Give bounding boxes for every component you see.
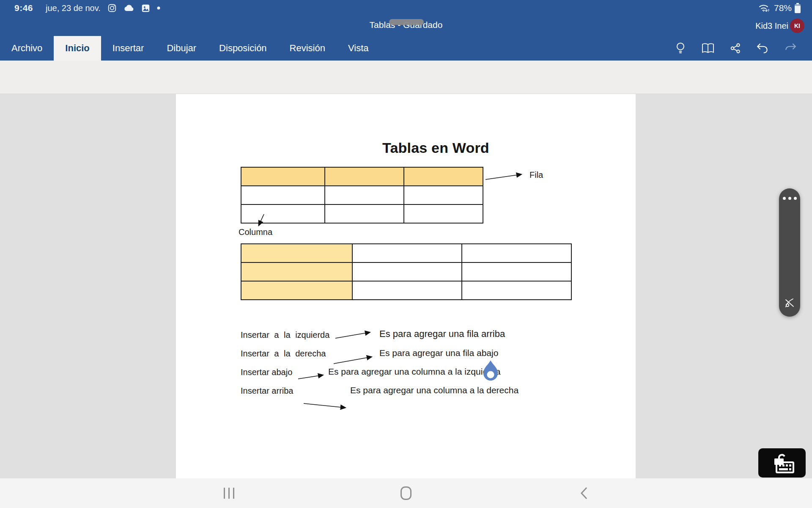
table-cell[interactable] — [404, 167, 483, 186]
back-icon — [580, 487, 588, 500]
arrow-line1 — [335, 332, 370, 338]
tab-disposicion[interactable]: Disposición — [208, 36, 278, 61]
columna-label: Columna — [239, 227, 272, 237]
tab-inicio[interactable]: Inicio — [54, 36, 101, 61]
undo-icon[interactable] — [756, 42, 769, 54]
line-desc: Es para agregar una fila abajo — [379, 348, 498, 358]
line-label: Insertar abajo — [241, 367, 292, 377]
line-desc: Es para agregar una columna a la derecha — [350, 385, 518, 395]
table-cell[interactable] — [241, 281, 352, 300]
table-cell[interactable] — [241, 244, 352, 262]
tab-vista[interactable]: Vista — [337, 36, 380, 61]
document-heading: Tablas en Word — [382, 140, 489, 156]
table-cell[interactable] — [325, 204, 404, 223]
recents-icon — [224, 488, 234, 499]
formatting-toolbar: Calibri 12 B I U ab A A X 2 Más opciones… — [0, 61, 812, 94]
back-button[interactable] — [567, 478, 601, 508]
table-cell[interactable] — [241, 167, 325, 186]
keyboard-toggle-button[interactable] — [758, 448, 806, 478]
tips-lightbulb-icon[interactable] — [675, 42, 686, 55]
redo-icon — [784, 42, 797, 54]
table-columns-demo — [241, 243, 572, 300]
arrow-line4 — [304, 403, 345, 408]
document-page[interactable]: Tablas en Word Fila Columna Insertar a l… — [176, 94, 636, 478]
text-cursor-handle[interactable] — [481, 360, 500, 384]
status-bar: 9:46 jue, 23 de nov. 78% — [0, 0, 812, 16]
table-cell[interactable] — [241, 186, 325, 204]
document-canvas: Tablas en Word Fila Columna Insertar a l… — [0, 94, 812, 478]
line-label: Insertar a la derecha — [241, 349, 326, 359]
instagram-notification-icon — [107, 3, 117, 13]
table-rows-demo — [241, 167, 483, 224]
tab-dibujar[interactable]: Dibujar — [155, 36, 208, 61]
table-cell[interactable] — [462, 244, 571, 262]
line-desc: Es para agregar una columna a la izquier… — [328, 367, 500, 377]
clock: 9:46 — [14, 3, 33, 13]
table-cell[interactable] — [352, 281, 462, 300]
home-button[interactable] — [389, 478, 423, 508]
account-name[interactable]: Kid3 Inei — [755, 21, 788, 31]
avatar[interactable]: KI — [790, 19, 804, 33]
line-desc: Es para agregar una fila arriba — [379, 329, 505, 340]
share-icon[interactable] — [730, 43, 741, 54]
table-cell[interactable] — [462, 262, 571, 281]
tab-revision[interactable]: Revisión — [278, 36, 337, 61]
status-date: jue, 23 de nov. — [46, 3, 101, 13]
arrow-fila — [486, 174, 521, 179]
gallery-notification-icon — [141, 4, 150, 13]
more-options-icon[interactable] — [783, 197, 797, 200]
table-cell[interactable] — [241, 262, 352, 281]
fila-label: Fila — [529, 170, 543, 180]
redaction-smudge — [389, 19, 424, 25]
table-cell[interactable] — [241, 204, 325, 223]
wifi-icon — [758, 3, 771, 13]
table-cell[interactable] — [462, 281, 571, 300]
table-cell[interactable] — [352, 262, 462, 281]
line-label: Insertar arriba — [241, 386, 294, 396]
line-label: Insertar a la izquierda — [241, 330, 329, 340]
table-cell[interactable] — [325, 186, 404, 204]
table-cell[interactable] — [404, 204, 483, 223]
arrow-line2 — [334, 357, 371, 364]
table-cell[interactable] — [404, 186, 483, 204]
home-icon — [401, 486, 411, 500]
notification-dot — [157, 6, 160, 10]
battery-percent: 78% — [774, 3, 792, 13]
tab-archivo[interactable]: Archivo — [0, 36, 54, 61]
arrow-line3 — [298, 375, 323, 379]
battery-icon — [794, 3, 801, 14]
read-view-book-icon[interactable] — [701, 43, 715, 54]
pen-disabled-icon[interactable] — [784, 297, 795, 310]
cloud-icon — [123, 4, 134, 12]
recents-button[interactable] — [212, 478, 246, 508]
floating-pen-toolbar[interactable] — [779, 188, 800, 317]
tab-insertar[interactable]: Insertar — [101, 36, 156, 61]
table-cell[interactable] — [352, 244, 462, 262]
table-cell[interactable] — [325, 167, 404, 186]
